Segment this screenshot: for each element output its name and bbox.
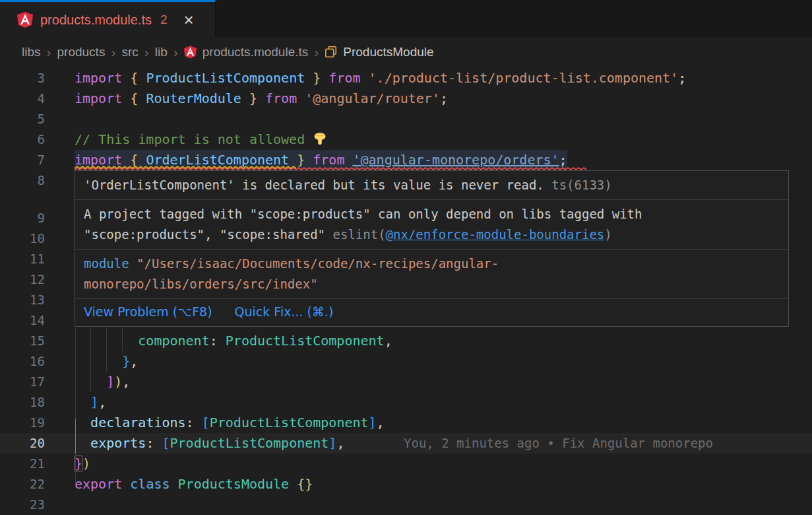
- pointing-down-emoji-icon: [313, 132, 327, 147]
- line-number[interactable]: 20: [0, 433, 45, 454]
- breadcrumb: libs › products › src › lib › products.m…: [0, 38, 812, 66]
- angular-icon: [184, 46, 197, 59]
- line-number[interactable]: 17: [0, 372, 45, 392]
- line-number[interactable]: 11: [0, 249, 45, 269]
- eslint-message-line1: A project tagged with "scope:products" c…: [84, 207, 642, 221]
- breadcrumb-item-symbol[interactable]: ProductsModule: [343, 45, 433, 59]
- hover-actions: View Problem (⌥F8) Quick Fix... (⌘.): [75, 299, 788, 326]
- line-number[interactable]: 18: [0, 392, 45, 413]
- code-line[interactable]: 22export class ProductsModule {}: [0, 474, 812, 495]
- line-number[interactable]: 12: [0, 269, 45, 290]
- code-text: import { ProductListComponent } from './…: [75, 68, 686, 88]
- line-number[interactable]: 15: [0, 331, 45, 351]
- code-text: import { OrderListComponent } from '@ang…: [75, 150, 567, 170]
- module-keyword: module: [84, 256, 129, 271]
- code-text: ]),: [75, 372, 130, 392]
- breadcrumb-item-libs[interactable]: libs: [22, 45, 41, 59]
- line-number[interactable]: 9: [0, 208, 45, 228]
- chevron-right-icon: ›: [144, 44, 149, 60]
- chevron-right-icon: ›: [314, 44, 319, 60]
- breadcrumb-item-file[interactable]: products.module.ts: [203, 45, 309, 59]
- chevron-right-icon: ›: [111, 44, 115, 60]
- code-line[interactable]: 18 ],: [0, 392, 812, 413]
- line-number[interactable]: 3: [0, 68, 45, 88]
- indent-guide: [75, 328, 76, 485]
- line-number[interactable]: 14: [0, 310, 45, 331]
- ts-diagnostic-message: 'OrderListComponent' is declared but its…: [84, 178, 544, 192]
- code-line[interactable]: 5: [0, 109, 812, 129]
- quick-fix-button[interactable]: Quick Fix... (⌘.): [235, 302, 334, 322]
- breadcrumb-item-products[interactable]: products: [57, 45, 106, 59]
- code-text: import { RouterModule } from '@angular/r…: [75, 88, 448, 109]
- view-problem-button[interactable]: View Problem (⌥F8): [84, 302, 212, 322]
- chevron-right-icon: ›: [47, 44, 51, 60]
- indent-guide: [122, 328, 123, 351]
- symbol-class-icon: [325, 46, 337, 58]
- indent-guide: [90, 328, 91, 392]
- code-text: ],: [75, 392, 106, 413]
- vscode-window: products.module.ts 2 × libs › products ›…: [0, 0, 812, 515]
- tab-bar: products.module.ts 2 ×: [0, 0, 812, 38]
- line-number[interactable]: 7: [0, 150, 45, 170]
- line-number[interactable]: 23: [0, 495, 45, 515]
- code-line[interactable]: 16 },: [0, 351, 812, 372]
- line-number[interactable]: 5: [0, 109, 45, 129]
- line-number[interactable]: 6: [0, 129, 45, 150]
- code-line[interactable]: 17 ]),: [0, 372, 812, 392]
- line-number[interactable]: 10: [0, 228, 45, 249]
- tab-products-module[interactable]: products.module.ts 2 ×: [0, 0, 216, 38]
- angular-icon: [17, 11, 33, 28]
- indent-guide: [106, 328, 107, 371]
- line-number[interactable]: 13: [0, 290, 45, 310]
- line-number[interactable]: 4: [0, 88, 45, 109]
- code-text: // This import is not allowed: [75, 129, 327, 150]
- code-line[interactable]: 4import { RouterModule } from '@angular/…: [0, 88, 812, 109]
- tab-title: products.module.ts: [40, 13, 152, 28]
- hover-ts-diagnostic: 'OrderListComponent' is declared but its…: [75, 171, 788, 200]
- chevron-right-icon: ›: [173, 44, 178, 60]
- code-line[interactable]: 6// This import is not allowed: [0, 129, 812, 150]
- code-line[interactable]: 3import { ProductListComponent } from '.…: [0, 68, 812, 88]
- diagnostics-hover-popup: 'OrderListComponent' is declared but its…: [75, 170, 789, 327]
- line-number[interactable]: 8: [0, 170, 45, 191]
- line-number[interactable]: 16: [0, 351, 45, 372]
- eslint-rule-link[interactable]: @nx/enforce-module-boundaries: [386, 227, 605, 242]
- tab-problem-count: 2: [160, 13, 168, 27]
- code-text: exports: [ProductListComponent],: [75, 433, 344, 454]
- breadcrumb-item-src[interactable]: src: [121, 45, 138, 59]
- code-line[interactable]: 23: [0, 495, 812, 515]
- active-scope-guide: [75, 419, 76, 454]
- close-icon[interactable]: ×: [184, 11, 194, 28]
- code-line[interactable]: 20 exports: [ProductListComponent],You, …: [0, 433, 812, 454]
- code-line[interactable]: 21}): [0, 454, 812, 474]
- hover-module-info: module "/Users/isaac/Documents/code/nx-r…: [75, 250, 788, 299]
- code-text: export class ProductsModule {}: [75, 474, 313, 495]
- code-text: declarations: [ProductListComponent],: [75, 413, 385, 433]
- hover-eslint-diagnostic: A project tagged with "scope:products" c…: [75, 200, 788, 250]
- line-number[interactable]: 21: [0, 454, 45, 474]
- code-line[interactable]: 7import { OrderListComponent } from '@an…: [0, 150, 812, 170]
- line-number[interactable]: 22: [0, 474, 45, 495]
- breadcrumb-item-lib[interactable]: lib: [155, 45, 168, 59]
- eslint-message-line2: "scope:products", "scope:shared": [84, 227, 333, 242]
- line-number[interactable]: 19: [0, 413, 45, 433]
- code-line[interactable]: 19 declarations: [ProductListComponent],: [0, 413, 812, 433]
- git-blame-annotation: You, 2 minutes ago • Fix Angular monorep…: [404, 433, 713, 454]
- code-text: }): [75, 454, 90, 474]
